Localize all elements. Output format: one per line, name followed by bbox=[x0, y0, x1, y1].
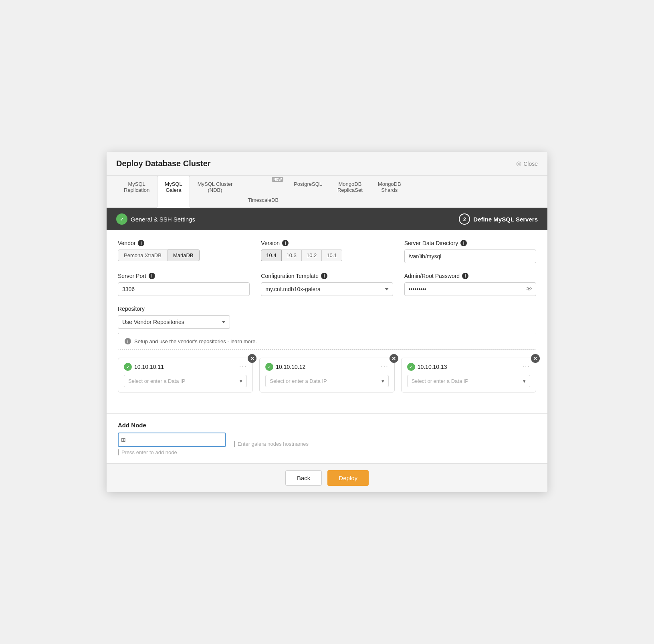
vendor-percona-btn[interactable]: Percona XtraDB bbox=[118, 250, 168, 261]
server-data-directory-label: Server Data Directory i bbox=[404, 240, 536, 246]
step-2-circle: 2 bbox=[459, 213, 470, 225]
tab-mysql-galera[interactable]: MySQL Galera bbox=[157, 176, 190, 208]
step-1-label: General & SSH Settings bbox=[131, 216, 195, 223]
repository-info-icon: i bbox=[125, 338, 131, 344]
password-wrapper: 👁 bbox=[404, 282, 536, 296]
form-row-1: Vendor i Percona XtraDB MariaDB Version … bbox=[118, 240, 536, 263]
close-button[interactable]: ⊗ Close bbox=[516, 159, 538, 168]
close-icon: ⊗ bbox=[516, 159, 522, 168]
back-button[interactable]: Back bbox=[285, 470, 322, 486]
wizard-step-2: 2 Define MySQL Servers bbox=[459, 208, 538, 230]
galera-hint-icon: i bbox=[234, 441, 235, 447]
repository-info-text: Setup and use the vendor's repositories … bbox=[134, 338, 257, 344]
server-port-input[interactable] bbox=[118, 282, 250, 296]
vendor-label: Vendor i bbox=[118, 240, 250, 246]
node-card-1: ✕ ✓ 10.10.10.11 ··· Select or enter a Da… bbox=[118, 358, 253, 392]
node-3-name: ✓ 10.10.10.13 bbox=[407, 363, 447, 371]
server-data-directory-info-icon[interactable]: i bbox=[460, 240, 467, 246]
node-2-check-icon: ✓ bbox=[265, 363, 273, 371]
form-row-3: Repository Use Vendor Repositories bbox=[118, 306, 536, 329]
add-node-input[interactable] bbox=[118, 433, 226, 447]
server-data-directory-input[interactable] bbox=[404, 250, 536, 263]
node-1-header: ✓ 10.10.10.11 ··· bbox=[124, 363, 247, 371]
tabs-bar: MySQL Replication MySQL Galera MySQL Clu… bbox=[107, 176, 547, 208]
node-2-data-ip-placeholder: Select or enter a Data IP bbox=[270, 378, 327, 384]
deploy-button[interactable]: Deploy bbox=[327, 470, 369, 486]
configuration-template-group: Configuration Template i my.cnf.mdb10x-g… bbox=[261, 273, 393, 296]
nodes-grid: ✕ ✓ 10.10.10.11 ··· Select or enter a Da… bbox=[118, 358, 536, 392]
version-10-2-btn[interactable]: 10.2 bbox=[302, 250, 322, 261]
node-2-remove-btn[interactable]: ✕ bbox=[390, 354, 398, 363]
node-2-chevron-icon: ▾ bbox=[382, 378, 384, 384]
node-3-chevron-icon: ▾ bbox=[523, 378, 526, 384]
server-port-group: Server Port i bbox=[118, 273, 250, 296]
node-1-remove-btn[interactable]: ✕ bbox=[248, 354, 256, 363]
vendor-info-icon[interactable]: i bbox=[138, 240, 144, 246]
add-node-input-wrapper: ⊞ i Press enter to add node bbox=[118, 433, 226, 455]
node-card-3: ✕ ✓ 10.10.10.13 ··· Select or enter a Da… bbox=[401, 358, 536, 392]
admin-root-password-input[interactable] bbox=[404, 282, 536, 296]
version-10-1-btn[interactable]: 10.1 bbox=[322, 250, 342, 261]
tab-mongodb-replicaset[interactable]: MongoDB ReplicaSet bbox=[330, 176, 370, 208]
server-port-label: Server Port i bbox=[118, 273, 250, 279]
add-node-galera-hint: i Enter galera nodes hostnames bbox=[234, 441, 309, 447]
tab-mysql-replication[interactable]: MySQL Replication bbox=[116, 176, 157, 208]
nodes-section: ✕ ✓ 10.10.10.11 ··· Select or enter a Da… bbox=[118, 358, 536, 392]
node-3-check-icon: ✓ bbox=[407, 363, 415, 371]
admin-root-password-label: Admin/Root Password i bbox=[404, 273, 536, 279]
wizard-bar: ✓ General & SSH Settings 2 Define MySQL … bbox=[107, 208, 547, 230]
node-card-2: ✕ ✓ 10.10.10.12 ··· Select or enter a Da… bbox=[259, 358, 394, 392]
wizard-step-1: ✓ General & SSH Settings bbox=[116, 208, 195, 230]
admin-root-password-info-icon[interactable]: i bbox=[462, 273, 468, 279]
modal-title: Deploy Database Cluster bbox=[116, 159, 211, 168]
node-2-name: ✓ 10.10.10.12 bbox=[265, 363, 305, 371]
version-10-4-btn[interactable]: 10.4 bbox=[261, 250, 281, 261]
tab-postgresql[interactable]: PostgreSQL bbox=[286, 176, 330, 208]
repository-group: Repository Use Vendor Repositories bbox=[118, 306, 230, 329]
tab-timescaledb[interactable]: NEW TimescaleDB bbox=[240, 176, 286, 208]
node-2-header: ✓ 10.10.10.12 ··· bbox=[265, 363, 388, 371]
repository-label: Repository bbox=[118, 306, 230, 312]
server-port-info-icon[interactable]: i bbox=[149, 273, 155, 279]
version-10-3-btn[interactable]: 10.3 bbox=[282, 250, 302, 261]
section-divider bbox=[107, 413, 547, 414]
version-selector: 10.4 10.3 10.2 10.1 bbox=[261, 250, 393, 261]
node-3-data-ip-select[interactable]: Select or enter a Data IP ▾ bbox=[407, 375, 530, 387]
modal-header: Deploy Database Cluster ⊗ Close bbox=[107, 152, 547, 176]
admin-root-password-group: Admin/Root Password i 👁 bbox=[404, 273, 536, 296]
add-node-hint-icon: i bbox=[118, 449, 119, 455]
new-badge: NEW bbox=[272, 177, 283, 182]
configuration-template-select[interactable]: my.cnf.mdb10x-galera bbox=[261, 282, 393, 296]
vendor-mariadb-btn[interactable]: MariaDB bbox=[168, 250, 200, 261]
close-label: Close bbox=[523, 161, 538, 167]
node-1-data-ip-placeholder: Select or enter a Data IP bbox=[128, 378, 185, 384]
node-3-remove-btn[interactable]: ✕ bbox=[531, 354, 540, 363]
node-1-menu-btn[interactable]: ··· bbox=[239, 363, 247, 370]
repository-select[interactable]: Use Vendor Repositories bbox=[118, 315, 230, 329]
node-3-menu-btn[interactable]: ··· bbox=[523, 363, 530, 370]
add-node-label: Add Node bbox=[118, 422, 536, 429]
form-row-2: Server Port i Configuration Template i m… bbox=[118, 273, 536, 296]
add-node-section: Add Node ⊞ i Press enter to add node i E… bbox=[107, 422, 547, 463]
deploy-database-cluster-modal: Deploy Database Cluster ⊗ Close MySQL Re… bbox=[107, 152, 547, 492]
step-1-check-icon: ✓ bbox=[116, 213, 127, 225]
add-node-table-icon: ⊞ bbox=[121, 437, 126, 443]
node-2-data-ip-select[interactable]: Select or enter a Data IP ▾ bbox=[265, 375, 388, 387]
add-node-hint: i Press enter to add node bbox=[118, 449, 226, 455]
step-2-label: Define MySQL Servers bbox=[473, 216, 538, 223]
node-1-name: ✓ 10.10.10.11 bbox=[124, 363, 164, 371]
tab-mysql-cluster-ndb[interactable]: MySQL Cluster (NDB) bbox=[190, 176, 240, 208]
node-1-chevron-icon: ▾ bbox=[240, 378, 242, 384]
node-2-menu-btn[interactable]: ··· bbox=[381, 363, 388, 370]
node-1-data-ip-select[interactable]: Select or enter a Data IP ▾ bbox=[124, 375, 247, 387]
version-label: Version i bbox=[261, 240, 393, 246]
repository-info-box: i Setup and use the vendor's repositorie… bbox=[118, 333, 536, 350]
version-info-icon[interactable]: i bbox=[282, 240, 289, 246]
add-node-row: ⊞ i Press enter to add node i Enter gale… bbox=[118, 433, 536, 455]
configuration-template-label: Configuration Template i bbox=[261, 273, 393, 279]
tab-mongodb-shards[interactable]: MongoDB Shards bbox=[370, 176, 409, 208]
form-area: Vendor i Percona XtraDB MariaDB Version … bbox=[107, 230, 547, 410]
add-node-input-container: ⊞ bbox=[118, 433, 226, 447]
configuration-template-info-icon[interactable]: i bbox=[321, 273, 327, 279]
toggle-password-icon[interactable]: 👁 bbox=[526, 286, 532, 293]
